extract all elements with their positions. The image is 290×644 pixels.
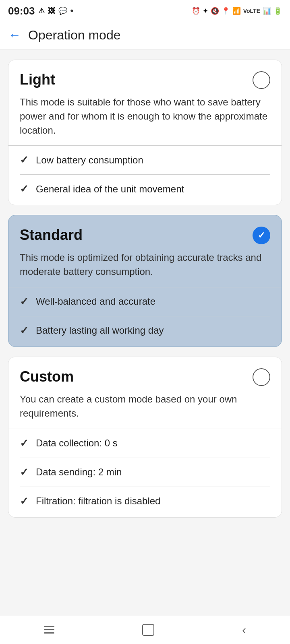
- dot-icon: •: [70, 6, 74, 16]
- wifi-icon: 📶: [232, 7, 241, 15]
- page-header: ← Operation mode: [0, 21, 290, 50]
- light-mode-title: Light: [20, 71, 55, 88]
- light-feature-1-text: Low battery consumption: [36, 155, 143, 166]
- light-mode-radio[interactable]: [253, 71, 270, 89]
- check-icon-5: ✓: [20, 437, 29, 450]
- check-icon-3: ✓: [20, 295, 29, 308]
- nav-menu-button[interactable]: [44, 626, 54, 634]
- whatsapp-icon: 💬: [58, 6, 67, 15]
- standard-mode-header: Standard: [20, 227, 270, 244]
- light-mode-header: Light: [20, 71, 270, 89]
- nav-home-button[interactable]: [142, 624, 154, 636]
- signal-text: VoLTE: [243, 8, 260, 14]
- mute-icon: 🔇: [211, 7, 219, 15]
- standard-mode-card[interactable]: Standard This mode is optimized for obta…: [8, 215, 282, 347]
- custom-feature-1-text: Data collection: 0 s: [36, 438, 118, 449]
- light-mode-features: ✓ Low battery consumption ✓ General idea…: [20, 146, 270, 205]
- bluetooth-icon: ✦: [203, 7, 208, 15]
- custom-mode-features: ✓ Data collection: 0 s ✓ Data sending: 2…: [20, 429, 270, 517]
- bottom-spacer: [0, 527, 290, 559]
- battery-icon: 🔋: [273, 7, 282, 15]
- location-icon: 📍: [222, 7, 230, 15]
- custom-feature-3: ✓ Filtration: filtration is disabled: [20, 487, 270, 517]
- signal-bars-icon: 📊: [263, 7, 271, 15]
- custom-feature-3-text: Filtration: filtration is disabled: [36, 495, 160, 507]
- light-feature-2-text: General idea of the unit movement: [36, 184, 184, 195]
- status-icons: ⏰ ✦ 🔇 📍 📶 VoLTE 📊 🔋: [192, 7, 282, 15]
- standard-mode-description: This mode is optimized for obtaining acc…: [20, 251, 270, 279]
- light-mode-description: This mode is suitable for those who want…: [20, 95, 270, 137]
- light-mode-card[interactable]: Light This mode is suitable for those wh…: [8, 60, 282, 205]
- status-bar: 09:03 ⚠ 🖼 💬 • ⏰ ✦ 🔇 📍 📶 VoLTE 📊 🔋: [0, 0, 290, 21]
- custom-feature-2: ✓ Data sending: 2 min: [20, 458, 270, 487]
- check-icon-2: ✓: [20, 183, 29, 195]
- custom-feature-1: ✓ Data collection: 0 s: [20, 429, 270, 458]
- standard-feature-1: ✓ Well-balanced and accurate: [20, 287, 270, 316]
- standard-feature-1-text: Well-balanced and accurate: [36, 296, 155, 307]
- back-button[interactable]: ←: [8, 28, 21, 43]
- custom-mode-title: Custom: [20, 368, 74, 385]
- mode-list: Light This mode is suitable for those wh…: [0, 50, 290, 527]
- custom-mode-radio[interactable]: [253, 368, 270, 386]
- time-text: 09:03: [8, 5, 35, 17]
- custom-mode-header: Custom: [20, 368, 270, 386]
- standard-feature-2-text: Battery lasting all working day: [36, 325, 164, 336]
- light-feature-1: ✓ Low battery consumption: [20, 146, 270, 175]
- check-icon-4: ✓: [20, 324, 29, 337]
- custom-feature-2-text: Data sending: 2 min: [36, 466, 122, 478]
- light-feature-2: ✓ General idea of the unit movement: [20, 175, 270, 205]
- standard-feature-2: ✓ Battery lasting all working day: [20, 316, 270, 347]
- bottom-navigation: ‹: [0, 615, 290, 644]
- custom-mode-description: You can create a custom mode based on yo…: [20, 392, 270, 421]
- alert-icon: ⚠: [38, 6, 45, 15]
- status-time: 09:03 ⚠ 🖼 💬 •: [8, 5, 73, 17]
- standard-mode-features: ✓ Well-balanced and accurate ✓ Battery l…: [20, 287, 270, 347]
- check-icon-6: ✓: [20, 466, 29, 479]
- alarm-icon: ⏰: [192, 7, 200, 15]
- page-title: Operation mode: [28, 28, 120, 43]
- image-icon: 🖼: [48, 7, 55, 15]
- check-icon-7: ✓: [20, 495, 29, 508]
- check-icon-1: ✓: [20, 154, 29, 166]
- nav-back-button[interactable]: ‹: [242, 623, 246, 637]
- custom-mode-card[interactable]: Custom You can create a custom mode base…: [8, 357, 282, 518]
- standard-mode-radio[interactable]: [253, 227, 270, 244]
- standard-mode-title: Standard: [20, 227, 83, 244]
